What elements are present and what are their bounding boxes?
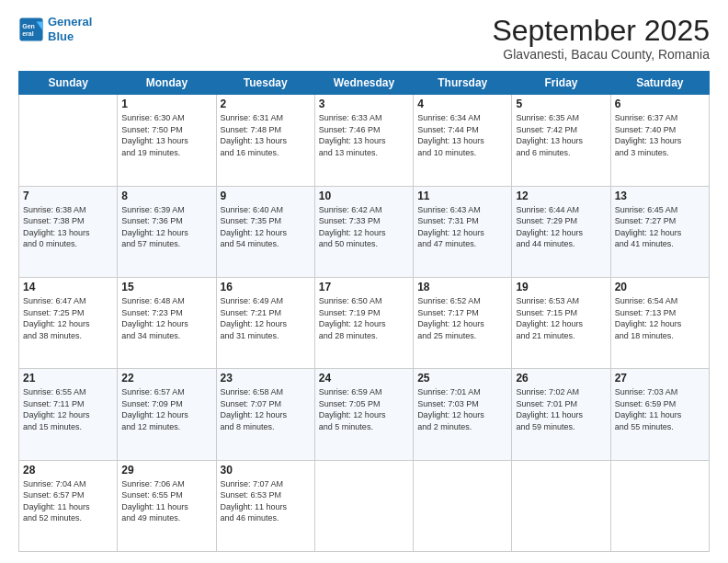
cell-0-3: 3Sunrise: 6:33 AM Sunset: 7:46 PM Daylig… [314,95,413,186]
cell-1-5: 12Sunrise: 6:44 AM Sunset: 7:29 PM Dayli… [512,186,610,277]
day-info: Sunrise: 6:33 AM Sunset: 7:46 PM Dayligh… [319,112,409,158]
col-thursday: Thursday [414,72,512,95]
cell-4-3 [314,460,413,551]
day-info: Sunrise: 7:01 AM Sunset: 7:03 PM Dayligh… [417,386,507,432]
title-block: September 2025 Glavanesti, Bacau County,… [492,15,710,62]
cell-4-1: 29Sunrise: 7:06 AM Sunset: 6:55 PM Dayli… [118,460,216,551]
calendar-row-1: 7Sunrise: 6:38 AM Sunset: 7:38 PM Daylig… [19,186,710,277]
svg-text:eral: eral [22,30,34,37]
calendar-table: Sunday Monday Tuesday Wednesday Thursday… [18,71,710,552]
day-number: 24 [319,372,409,385]
day-number: 2 [221,98,311,110]
day-number: 11 [417,190,507,202]
day-info: Sunrise: 7:07 AM Sunset: 6:53 PM Dayligh… [221,478,311,524]
cell-2-0: 14Sunrise: 6:47 AM Sunset: 7:25 PM Dayli… [19,277,118,368]
day-info: Sunrise: 6:40 AM Sunset: 7:35 PM Dayligh… [221,204,311,250]
day-number: 15 [121,281,211,293]
day-info: Sunrise: 6:48 AM Sunset: 7:23 PM Dayligh… [121,295,211,341]
cell-1-3: 10Sunrise: 6:42 AM Sunset: 7:33 PM Dayli… [314,186,413,277]
day-number: 3 [319,98,409,110]
day-info: Sunrise: 7:03 AM Sunset: 6:59 PM Dayligh… [615,386,705,432]
cell-1-6: 13Sunrise: 6:45 AM Sunset: 7:27 PM Dayli… [610,186,709,277]
day-info: Sunrise: 6:57 AM Sunset: 7:09 PM Dayligh… [121,386,211,432]
svg-text:Gen: Gen [22,22,35,29]
cell-4-5 [512,460,610,551]
day-number: 17 [319,281,409,293]
day-info: Sunrise: 6:34 AM Sunset: 7:44 PM Dayligh… [417,112,507,158]
day-info: Sunrise: 6:50 AM Sunset: 7:19 PM Dayligh… [319,295,409,341]
cell-0-5: 5Sunrise: 6:35 AM Sunset: 7:42 PM Daylig… [512,95,610,186]
day-info: Sunrise: 6:35 AM Sunset: 7:42 PM Dayligh… [516,112,606,158]
cell-2-6: 20Sunrise: 6:54 AM Sunset: 7:13 PM Dayli… [610,277,709,368]
cell-0-4: 4Sunrise: 6:34 AM Sunset: 7:44 PM Daylig… [414,95,512,186]
calendar-row-4: 28Sunrise: 7:04 AM Sunset: 6:57 PM Dayli… [19,460,710,551]
logo-line2: Blue [48,29,74,43]
logo-line1: General [48,15,92,29]
day-info: Sunrise: 6:45 AM Sunset: 7:27 PM Dayligh… [615,204,705,250]
day-number: 6 [615,98,705,110]
cell-4-6 [610,460,709,551]
cell-1-4: 11Sunrise: 6:43 AM Sunset: 7:31 PM Dayli… [414,186,512,277]
cell-1-0: 7Sunrise: 6:38 AM Sunset: 7:38 PM Daylig… [19,186,118,277]
day-info: Sunrise: 6:31 AM Sunset: 7:48 PM Dayligh… [221,112,311,158]
col-saturday: Saturday [610,72,709,95]
day-info: Sunrise: 6:49 AM Sunset: 7:21 PM Dayligh… [221,295,311,341]
calendar-header: Sunday Monday Tuesday Wednesday Thursday… [19,72,710,95]
day-number: 26 [516,372,606,385]
day-info: Sunrise: 6:54 AM Sunset: 7:13 PM Dayligh… [615,295,705,341]
day-number: 13 [615,190,705,202]
subtitle: Glavanesti, Bacau County, Romania [492,47,710,62]
cell-2-3: 17Sunrise: 6:50 AM Sunset: 7:19 PM Dayli… [314,277,413,368]
day-number: 12 [516,190,606,202]
day-number: 20 [615,281,705,293]
day-number: 9 [221,190,311,202]
month-title: September 2025 [492,15,710,47]
cell-4-0: 28Sunrise: 7:04 AM Sunset: 6:57 PM Dayli… [19,460,118,551]
day-info: Sunrise: 6:52 AM Sunset: 7:17 PM Dayligh… [417,295,507,341]
cell-0-1: 1Sunrise: 6:30 AM Sunset: 7:50 PM Daylig… [118,95,216,186]
day-number: 18 [417,281,507,293]
day-info: Sunrise: 6:38 AM Sunset: 7:38 PM Dayligh… [23,204,113,250]
day-number: 4 [417,98,507,110]
day-info: Sunrise: 7:06 AM Sunset: 6:55 PM Dayligh… [121,478,211,524]
cell-2-2: 16Sunrise: 6:49 AM Sunset: 7:21 PM Dayli… [216,277,314,368]
day-number: 10 [319,190,409,202]
day-info: Sunrise: 7:02 AM Sunset: 7:01 PM Dayligh… [516,386,606,432]
cell-3-0: 21Sunrise: 6:55 AM Sunset: 7:11 PM Dayli… [19,369,118,460]
day-number: 28 [23,464,113,477]
day-number: 23 [221,372,311,385]
logo-text: General Blue [48,15,92,43]
cell-0-0 [19,95,118,186]
cell-2-1: 15Sunrise: 6:48 AM Sunset: 7:23 PM Dayli… [118,277,216,368]
cell-1-2: 9Sunrise: 6:40 AM Sunset: 7:35 PM Daylig… [216,186,314,277]
day-info: Sunrise: 6:39 AM Sunset: 7:36 PM Dayligh… [121,204,211,250]
col-wednesday: Wednesday [314,72,413,95]
svg-rect-0 [19,17,42,40]
cell-3-3: 24Sunrise: 6:59 AM Sunset: 7:05 PM Dayli… [314,369,413,460]
day-number: 29 [121,464,211,477]
day-number: 30 [221,464,311,477]
col-sunday: Sunday [19,72,118,95]
day-number: 25 [417,372,507,385]
cell-3-5: 26Sunrise: 7:02 AM Sunset: 7:01 PM Dayli… [512,369,610,460]
day-info: Sunrise: 6:37 AM Sunset: 7:40 PM Dayligh… [615,112,705,158]
day-info: Sunrise: 6:30 AM Sunset: 7:50 PM Dayligh… [121,112,211,158]
day-info: Sunrise: 6:55 AM Sunset: 7:11 PM Dayligh… [23,386,113,432]
day-number: 14 [23,281,113,293]
day-number: 1 [121,98,211,110]
day-info: Sunrise: 6:47 AM Sunset: 7:25 PM Dayligh… [23,295,113,341]
day-number: 5 [516,98,606,110]
day-number: 27 [615,372,705,385]
cell-0-2: 2Sunrise: 6:31 AM Sunset: 7:48 PM Daylig… [216,95,314,186]
cell-3-4: 25Sunrise: 7:01 AM Sunset: 7:03 PM Dayli… [414,369,512,460]
col-friday: Friday [512,72,610,95]
logo-icon: Gen eral [18,17,44,42]
day-number: 7 [23,190,113,202]
day-info: Sunrise: 7:04 AM Sunset: 6:57 PM Dayligh… [23,478,113,524]
cell-2-5: 19Sunrise: 6:53 AM Sunset: 7:15 PM Dayli… [512,277,610,368]
day-number: 22 [121,372,211,385]
calendar-body: 1Sunrise: 6:30 AM Sunset: 7:50 PM Daylig… [19,95,710,552]
header-row: Sunday Monday Tuesday Wednesday Thursday… [19,72,710,95]
header: Gen eral General Blue September 2025 Gla… [18,15,710,62]
calendar-row-0: 1Sunrise: 6:30 AM Sunset: 7:50 PM Daylig… [19,95,710,186]
